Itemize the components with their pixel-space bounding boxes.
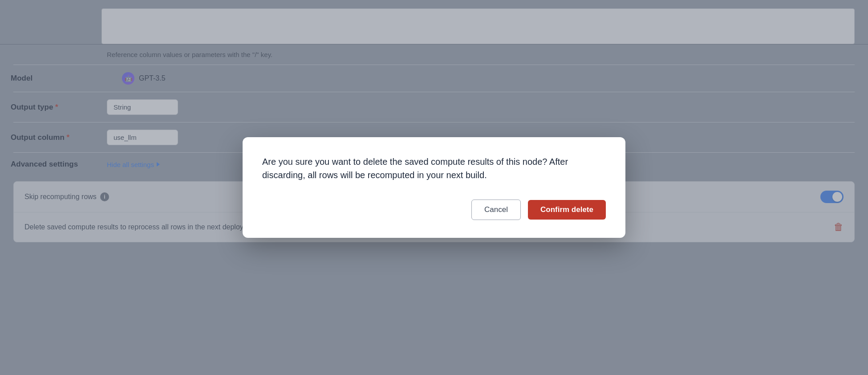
confirmation-modal: Are you sure you want to delete the save… — [243, 137, 625, 238]
modal-message: Are you sure you want to delete the save… — [262, 155, 583, 182]
modal-actions: Cancel Confirm delete — [262, 200, 606, 220]
modal-overlay: Are you sure you want to delete the save… — [0, 0, 868, 375]
cancel-button[interactable]: Cancel — [471, 200, 521, 220]
confirm-delete-button[interactable]: Confirm delete — [528, 200, 606, 220]
